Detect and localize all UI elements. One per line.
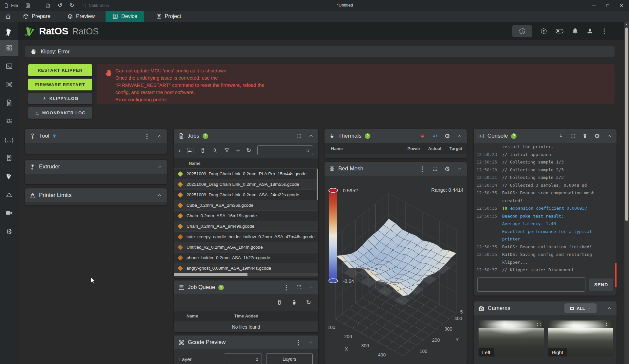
help-badge[interactable]: ? — [218, 285, 224, 290]
trash-icon[interactable] — [291, 299, 297, 305]
sidebar-item-machine-files[interactable] — [0, 95, 18, 111]
layers-button[interactable]: Layers — [266, 353, 313, 364]
sidebar-item-settings[interactable]: ⚙ — [0, 223, 18, 239]
search-icon[interactable] — [212, 147, 218, 153]
save-icon[interactable] — [45, 3, 50, 8]
collapse-chevron-icon[interactable] — [457, 166, 462, 171]
console-scrollbar-thumb[interactable] — [615, 263, 617, 287]
bed-mesh-settings-icon[interactable]: ⚙ — [444, 166, 450, 172]
jobs-hscroll-thumb[interactable] — [174, 273, 247, 276]
queue-col-time[interactable]: Time Added — [198, 314, 258, 318]
document-list-icon[interactable] — [25, 3, 30, 8]
home-tab[interactable] — [1, 11, 15, 22]
file-row[interactable]: cute_creepy_candle_holder_hollow_0.2mm_A… — [174, 231, 318, 242]
fullscreen-icon[interactable] — [606, 322, 611, 327]
refresh-icon[interactable]: ↻ — [306, 299, 311, 306]
gcode-preview-menu-icon[interactable]: ⋮ — [295, 339, 302, 346]
bed-mesh-plot[interactable]: 0.5952 -0.04 Range: 0.4414 100 200 300 4… — [324, 176, 467, 364]
heater-flame-icon[interactable] — [420, 133, 425, 139]
sidebar-item-webcam[interactable] — [0, 205, 18, 221]
sidebar-item-dashboard[interactable] — [0, 40, 18, 56]
sidebar-item-console[interactable] — [0, 58, 18, 74]
collapse-chevron-icon[interactable] — [607, 133, 612, 139]
collapse-chevron-icon[interactable] — [157, 133, 162, 139]
layer-input[interactable]: 0 — [224, 354, 262, 364]
collapse-chevron-icon[interactable] — [607, 306, 612, 311]
calibration-button[interactable]: Calibration — [81, 3, 109, 8]
minimize-button[interactable]: ─ — [588, 1, 600, 10]
help-badge[interactable]: ? — [511, 133, 517, 139]
job-queue-menu-icon[interactable]: ⋮ — [283, 284, 289, 291]
refresh-icon[interactable]: ↻ — [246, 147, 251, 154]
bed-mesh-menu-icon[interactable]: ⋮ — [419, 166, 425, 172]
sidebar-item-config-editor[interactable]: {…} — [0, 132, 18, 147]
sidebar-item-machine[interactable] — [0, 150, 18, 166]
maximize-button[interactable]: □ — [602, 1, 613, 10]
sidebar-item-tune[interactable] — [0, 113, 18, 129]
send-button[interactable]: SEND — [589, 278, 613, 291]
file-menu[interactable]: File — [4, 3, 18, 8]
sidebar-item-heightmap[interactable] — [0, 187, 18, 202]
fullscreen-icon[interactable] — [537, 322, 541, 327]
tool-menu-icon[interactable]: ⋮ — [144, 133, 150, 139]
jobs-horizontal-scrollbar[interactable] — [174, 273, 318, 276]
firmware-restart-button[interactable]: FIRMWARE RESTART — [28, 79, 92, 90]
scroll-up-arrow[interactable]: ▲ — [625, 23, 628, 26]
queue-col-name[interactable]: Name — [174, 314, 198, 318]
undo-icon[interactable]: ↺ — [58, 2, 62, 9]
restart-klipper-button[interactable]: RESTART KLIPPER — [28, 64, 92, 76]
collapse-chevron-icon[interactable] — [308, 133, 314, 139]
file-row[interactable]: Chain_0.2mm_ASA_16m19s.gcode — [174, 210, 318, 221]
jobs-col-name[interactable]: Name — [189, 161, 200, 166]
filter-icon[interactable] — [224, 147, 230, 153]
jobs-search-input[interactable] — [257, 145, 313, 155]
klippy-log-button[interactable]: KLIPPY.LOG — [28, 93, 92, 104]
moonraker-log-button[interactable]: MOONRAKER.LOG — [28, 107, 92, 119]
sidebar-item-gcode-viewer[interactable] — [0, 77, 18, 92]
thermals-settings-icon[interactable]: ⚙ — [444, 133, 450, 139]
thumbnails-toggle-icon[interactable] — [187, 147, 194, 154]
theme-toggle-icon[interactable] — [555, 28, 564, 34]
appbar-menu-icon[interactable]: ⋮ — [601, 28, 607, 34]
tab-project[interactable]: Project — [151, 11, 186, 22]
file-row[interactable]: Chain_0.2mm_ASA_8m49s.gcode — [174, 221, 318, 231]
account-icon[interactable] — [586, 28, 593, 34]
file-row[interactable]: Untitled_v2_0.2mm_ASA_1h4m.gcode — [174, 242, 318, 252]
sidebar-item-ratos[interactable] — [0, 168, 18, 184]
column-view-icon[interactable] — [277, 299, 282, 305]
root-path-label[interactable]: / — [179, 148, 180, 153]
colorbar-max-cap[interactable] — [329, 188, 338, 193]
file-row[interactable]: 20251009_Drag Chain Link_0.2mm_PLA Pro_1… — [174, 168, 318, 179]
ratos-rail-logo[interactable] — [0, 25, 18, 40]
collapse-chevron-icon[interactable] — [157, 164, 162, 169]
tab-device[interactable]: Device — [106, 11, 144, 22]
colorbar-min-cap[interactable] — [329, 279, 338, 283]
file-row[interactable]: Cube_0.2mm_ASA_2m36s.gcode — [174, 200, 318, 210]
fullscreen-icon[interactable] — [296, 285, 302, 290]
scroll-to-bottom-icon[interactable] — [558, 133, 563, 139]
fullscreen-icon[interactable] — [432, 166, 438, 171]
jobs-vertical-scrollbar[interactable] — [317, 169, 318, 200]
notifications-bell-icon[interactable] — [572, 28, 579, 34]
trash-icon[interactable] — [582, 133, 587, 139]
help-badge[interactable]: ? — [365, 133, 370, 139]
file-row[interactable]: phone_holder_0.2mm_ASA_1h27m.gcode — [174, 252, 318, 263]
camera-view-left[interactable]: Left — [479, 320, 544, 356]
collapse-chevron-icon[interactable] — [308, 340, 314, 345]
collapse-chevron-icon[interactable] — [157, 193, 162, 198]
fullscreen-icon[interactable] — [296, 133, 302, 139]
console-log[interactable]: restart the printer. 12:50:23// Initial … — [474, 143, 617, 275]
fullscreen-icon[interactable] — [570, 133, 576, 139]
console-command-input[interactable] — [477, 277, 585, 292]
page-scrollbar[interactable]: ▲ — [624, 22, 629, 364]
file-row[interactable]: 20251009_Drag Chain Link_0.2mm_ASA_24m22… — [174, 189, 318, 200]
upload-status-icon[interactable] — [540, 28, 547, 35]
redo-icon[interactable]: ↻ — [69, 2, 74, 9]
emergency-stop-button[interactable] — [512, 25, 532, 37]
fan-alert-icon[interactable] — [432, 133, 438, 139]
camera-select-button[interactable]: ALL — [564, 303, 597, 313]
page-scrollbar-thumb[interactable] — [625, 28, 628, 221]
file-row[interactable]: 20251009_Drag Chain Link_0.2mm_ASA_18m55… — [174, 179, 318, 189]
add-file-icon[interactable]: + — [236, 146, 240, 154]
collapse-chevron-icon[interactable] — [457, 133, 462, 139]
